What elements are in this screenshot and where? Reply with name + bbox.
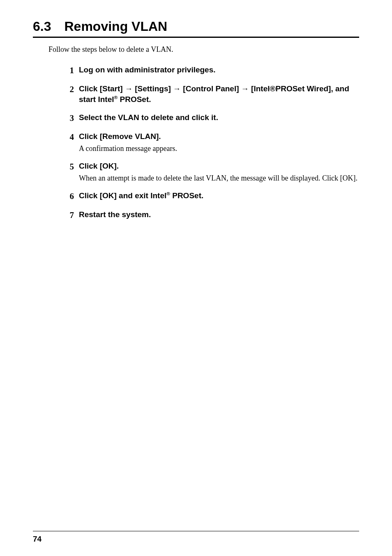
step-number: 4 [62,131,74,143]
step-item: 1 Log on with administrator privileges. [62,65,359,76]
step-number: 2 [62,83,74,95]
step-item: 3 Select the VLAN to delete and click it… [62,112,359,124]
page-number: 74 [33,535,42,544]
step-body: A confirmation message appears. [79,144,359,153]
step-item: 6 Click [OK] and exit Intel® PROSet. [62,190,359,202]
step-item: 2 Click [Start] → [Settings] → [Control … [62,83,359,104]
step-item: 5 Click [OK]. When an attempt is made to… [62,161,359,183]
step-title: Log on with administrator privileges. [79,65,359,75]
section-header: 6.3 Removing VLAN [33,19,359,34]
steps-list: 1 Log on with administrator privileges. … [62,65,359,221]
intro-text: Follow the steps below to delete a VLAN. [48,45,359,54]
step-number: 6 [62,190,74,202]
step-number: 7 [62,209,74,221]
step-title: Click [OK]. [79,161,359,171]
step-number: 1 [62,65,74,76]
section-divider [33,37,359,38]
section-number: 6.3 [33,19,51,34]
step-title: Click [Remove VLAN]. [79,131,359,142]
step-number: 5 [62,161,74,172]
step-item: 4 Click [Remove VLAN]. A confirmation me… [62,131,359,153]
step-title: Click [OK] and exit Intel® PROSet. [79,190,359,201]
footer-divider [33,531,359,531]
step-title: Restart the system. [79,209,359,220]
section-title: Removing VLAN [64,19,167,34]
step-body: When an attempt is made to delete the la… [79,173,359,183]
step-item: 7 Restart the system. [62,209,359,221]
step-title: Select the VLAN to delete and click it. [79,112,359,123]
step-number: 3 [62,112,74,124]
step-title: Click [Start] → [Settings] → [Control Pa… [79,83,359,104]
